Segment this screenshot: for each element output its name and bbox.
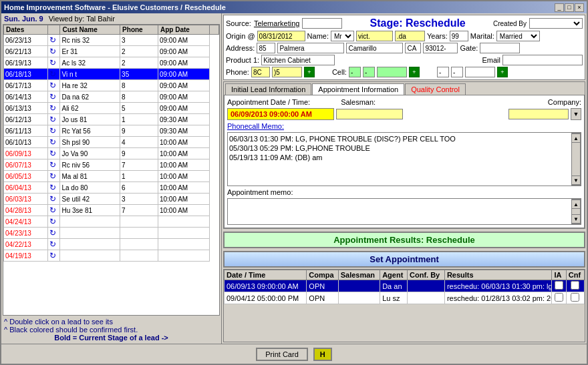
col-confby[interactable]: Conf. By xyxy=(408,270,445,280)
email-input[interactable] xyxy=(502,55,583,65)
last-name-input[interactable] xyxy=(395,31,425,41)
list-row[interactable]: 06/05/13↻Ma al 81110:00 AM xyxy=(4,171,219,182)
list-row[interactable]: 06/18/13↻Vi n t3509:00 AM xyxy=(4,69,219,80)
scroll-down[interactable]: ▼ xyxy=(571,175,581,185)
list-row[interactable]: 06/13/13↻Ali 62509:00 AM xyxy=(4,103,219,114)
address-zip-input[interactable] xyxy=(423,43,458,53)
col-ia[interactable]: IA xyxy=(552,270,566,280)
info-row-5: Phone: + Cell: + + xyxy=(226,67,583,77)
address-num-input[interactable] xyxy=(257,43,275,53)
col-datetime[interactable]: Date / Time xyxy=(225,270,307,280)
history-row[interactable]: 06/09/13 09:00:00 AMOPNDa anreschedu: 06… xyxy=(225,280,585,292)
phone-num-input[interactable] xyxy=(272,67,302,77)
product1-input[interactable] xyxy=(261,55,335,65)
memo-scrollbar[interactable]: ▲ ▼ xyxy=(571,133,581,186)
cell-dial-button[interactable]: + xyxy=(409,67,420,77)
list-row[interactable]: 04/19/13↻ xyxy=(4,250,219,262)
list-row[interactable]: 06/21/13↻Er 31209:00 AM xyxy=(4,46,219,57)
list-row[interactable]: 06/03/13↻Se util 42310:00 AM xyxy=(4,194,219,205)
row-appdate: 09:00 AM xyxy=(158,46,209,57)
maximize-button[interactable]: □ xyxy=(565,3,574,12)
minimize-button[interactable]: _ xyxy=(555,3,564,12)
list-row[interactable]: 06/19/13↻Ac ls 32209:00 AM xyxy=(4,57,219,69)
list-row[interactable]: 04/23/13↻ xyxy=(4,228,219,239)
leads-list[interactable]: Dates Cust Name Phone App Date 06/23/13↻… xyxy=(3,24,220,316)
other-ext-input[interactable] xyxy=(465,67,495,77)
appt-scroll-down[interactable]: ▼ xyxy=(571,214,581,224)
phone-area-input[interactable] xyxy=(251,67,270,77)
col-dates[interactable]: Dates xyxy=(4,25,48,35)
tab-appointment-info[interactable]: Appointment Information xyxy=(312,83,404,95)
other-dial-button[interactable]: + xyxy=(497,67,508,77)
list-row[interactable]: 04/24/13↻ xyxy=(4,216,219,228)
list-row[interactable]: 06/23/13↻Rc nis 32309:00 AM xyxy=(4,35,219,46)
col-agent[interactable]: Agent xyxy=(380,270,408,280)
row-date: 06/04/13 xyxy=(4,182,48,194)
col-salesman[interactable]: Salesman xyxy=(338,270,380,280)
scroll-up[interactable]: ▲ xyxy=(571,133,581,143)
print-card-button[interactable]: Print Card xyxy=(256,348,308,361)
list-row[interactable]: 04/28/13↻Hu 3se 81710:00 AM xyxy=(4,205,219,216)
list-row[interactable]: 04/22/13↻ xyxy=(4,239,219,250)
col-company[interactable]: Compa xyxy=(307,270,338,280)
row-appdate xyxy=(158,216,209,228)
list-row[interactable]: 06/10/13↻Sh psl 90410:00 AM xyxy=(4,137,219,148)
gate-input[interactable] xyxy=(480,43,520,53)
h-button[interactable]: H xyxy=(313,348,332,361)
cnf-checkbox[interactable] xyxy=(571,293,579,302)
years-input[interactable] xyxy=(450,31,468,41)
email-label: Email xyxy=(482,56,500,64)
created-by-select[interactable] xyxy=(529,18,583,29)
cell-num-input[interactable] xyxy=(363,67,375,77)
address-state-input[interactable] xyxy=(405,43,421,53)
list-row[interactable]: 06/07/13↻Rc niv 56710:00 AM xyxy=(4,159,219,171)
company-input[interactable] xyxy=(508,109,569,119)
close-button[interactable]: × xyxy=(575,3,584,12)
cell-area-input[interactable] xyxy=(349,67,361,77)
list-row[interactable]: 06/17/13↻Ha re 32809:00 AM xyxy=(4,80,219,91)
ia-checkbox[interactable] xyxy=(555,293,563,302)
col-appdate[interactable]: App Date xyxy=(158,25,209,35)
col-phone[interactable]: Phone xyxy=(120,25,158,35)
other-num-input[interactable] xyxy=(451,67,463,77)
list-row[interactable]: 06/14/13↻Da na 62809:00 AM xyxy=(4,91,219,103)
list-row[interactable]: 06/09/13↻Jo Va 90910:00 AM xyxy=(4,148,219,159)
list-row[interactable]: 06/11/13↻Rc Yat 56909:30 AM xyxy=(4,125,219,137)
company-dropdown[interactable]: ▼ xyxy=(571,108,581,120)
marital-select[interactable]: Married xyxy=(496,31,540,41)
list-row[interactable]: 06/04/13↻La do 80610:00 AM xyxy=(4,182,219,194)
salesman-input[interactable] xyxy=(336,109,403,119)
origin-date-input[interactable] xyxy=(257,31,305,41)
phone-dial-button[interactable]: + xyxy=(304,67,315,77)
other-area-input[interactable] xyxy=(437,67,449,77)
current-date: Sun. Jun. 9 xyxy=(4,15,43,23)
list-row[interactable]: 06/12/13↻Jo us 81109:30 AM xyxy=(4,114,219,125)
row-appdate: 09:00 AM xyxy=(158,80,209,91)
col-results[interactable]: Results xyxy=(444,270,552,280)
history-row[interactable]: 09/04/12 05:00:00 PMOPNLu szreschedu: 01… xyxy=(225,292,585,304)
address-street-input[interactable] xyxy=(277,43,344,53)
row-date: 06/19/13 xyxy=(4,57,48,69)
source-input[interactable] xyxy=(302,18,342,29)
first-name-input[interactable] xyxy=(356,31,393,41)
ia-checkbox[interactable] xyxy=(555,281,563,290)
address-city-input[interactable] xyxy=(346,43,403,53)
cell-ext-input[interactable] xyxy=(377,67,407,77)
col-custname[interactable]: Cust Name xyxy=(60,25,120,35)
note3: Bold = Current Stage of a lead -> xyxy=(4,334,218,342)
row-date: 06/07/13 xyxy=(4,159,48,171)
appointment-row: Appointment Date / Time: Salesman: Compa… xyxy=(227,98,581,106)
row-date: 06/18/13 xyxy=(4,69,48,80)
tab-quality-control[interactable]: Quality Control xyxy=(405,83,466,95)
col-cnf[interactable]: Cnf xyxy=(566,270,584,280)
tab-initial-lead[interactable]: Initial Lead Information xyxy=(225,83,311,95)
refresh-icon: ↻ xyxy=(49,149,56,158)
name-prefix-select[interactable]: Mr xyxy=(331,31,354,41)
appt-memo-scrollbar[interactable]: ▲ ▼ xyxy=(571,199,581,224)
appt-memo-box[interactable]: ▲ ▼ xyxy=(227,198,581,225)
appt-scroll-up[interactable]: ▲ xyxy=(571,200,581,209)
cnf-checkbox[interactable] xyxy=(571,281,579,290)
set-appointment-bar[interactable]: Set Appointment xyxy=(223,251,585,268)
row-appdate: 10:00 AM xyxy=(158,171,209,182)
refresh-icon: ↻ xyxy=(49,115,56,124)
